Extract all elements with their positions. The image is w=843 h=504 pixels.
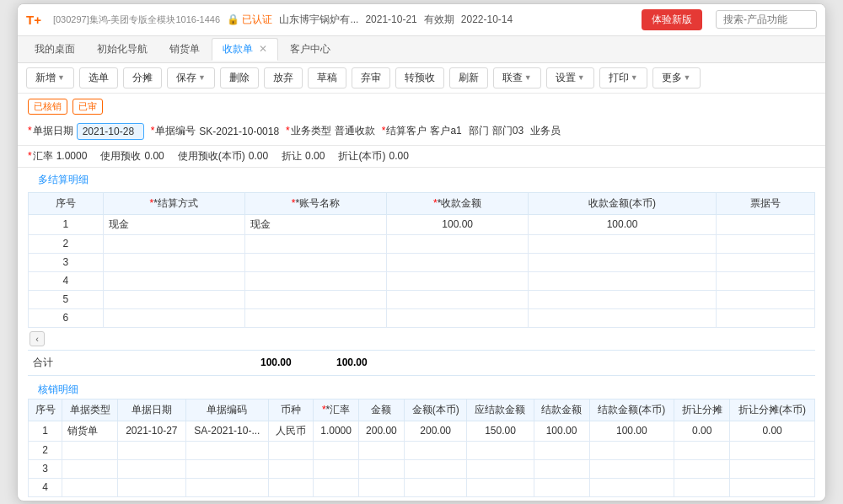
cell-amount-local: 100.00 xyxy=(529,214,716,234)
customer-value: 客户a1 xyxy=(430,124,461,138)
field-number: 单据编号 SK-2021-10-0018 xyxy=(151,124,279,138)
collapse-btn[interactable]: ‹ xyxy=(30,331,45,346)
cell-ticket[interactable] xyxy=(716,214,814,234)
wo-col-discount: 折让分摊 xyxy=(674,399,730,421)
prepay-value: 0.00 xyxy=(144,150,164,162)
btn-refresh[interactable]: 刷新 xyxy=(449,67,488,88)
try-new-btn[interactable]: 体验新版 xyxy=(642,9,702,30)
rate-label: 汇率 xyxy=(28,149,53,164)
tab-receipt[interactable]: 收款单 ✕ xyxy=(212,38,278,61)
tab-close-icon[interactable]: ✕ xyxy=(259,43,267,55)
btn-split[interactable]: 分摊 xyxy=(123,67,162,88)
sum-label: 合计 xyxy=(28,353,129,373)
btn-print[interactable]: 打印▼ xyxy=(599,67,647,88)
nav-tabs: 我的桌面 初始化导航 销货单 收款单 ✕ 客户中心 xyxy=(18,36,825,63)
collection-table: 序号 **结算方式 **账号名称 **收款金额 收款金额(本币) 票据号 1 现… xyxy=(28,192,815,328)
btn-unapprove[interactable]: 弃审 xyxy=(352,67,390,88)
btn-draft[interactable]: 草稿 xyxy=(308,67,346,88)
wo-cell-due: 150.00 xyxy=(467,421,534,441)
tab-desktop[interactable]: 我的桌面 xyxy=(24,39,85,60)
status-settled-badge: 已审 xyxy=(72,99,103,115)
cell-method[interactable]: 现金 xyxy=(103,214,244,234)
field-discount: 折让 0.00 xyxy=(282,149,325,164)
wo-cell-rate[interactable]: 1.0000 xyxy=(314,421,359,441)
save-arrow-icon: ▼ xyxy=(198,73,206,82)
staff-label: 业务员 xyxy=(530,124,561,138)
btn-save[interactable]: 保存▼ xyxy=(167,67,215,88)
wo-cell-seq: 1 xyxy=(29,421,62,441)
wo-cell-amount-local: 200.00 xyxy=(404,421,467,441)
btn-delete[interactable]: 删除 xyxy=(220,67,259,88)
wo-col-settled: 结款金额 xyxy=(534,399,589,421)
wo-col-settled-local: 结款金额(本币) xyxy=(589,399,674,421)
logo: T+ xyxy=(26,13,41,27)
btn-add[interactable]: 新增▼ xyxy=(26,67,74,88)
detail-link[interactable]: 多结算明细 xyxy=(28,169,99,190)
wo-cell-amount: 200.00 xyxy=(359,421,405,441)
wo-cell-discount-local: 0.00 xyxy=(730,421,815,441)
wo-col-date: 单据日期 xyxy=(118,399,186,421)
wo-col-amount: 金额 xyxy=(359,399,405,421)
wo-col-no: 单据编码 xyxy=(185,399,269,421)
customer-label: 结算客户 xyxy=(382,124,427,138)
writeoff-table: 序号 单据类型 单据日期 单据编码 币种 **汇率 金额 金额(本币) 应结款金… xyxy=(28,399,815,497)
field-discount-local: 折让(本币) 0.00 xyxy=(338,149,408,164)
toolbar: 新增▼ 选单 分摊 保存▼ 删除 放弃 草稿 弃审 转预收 刷新 联查▼ 设置▼… xyxy=(18,63,825,94)
col-method: **结算方式 xyxy=(103,192,244,214)
date-label: 单据日期 xyxy=(28,124,73,138)
writeoff-title: 核销明细 xyxy=(28,380,89,399)
form-row-2: 汇率 1.0000 使用预收 0.00 使用预收(本币) 0.00 折让 0.0… xyxy=(18,146,825,168)
cell-account[interactable]: 现金 xyxy=(244,214,386,234)
number-label: 单据编号 xyxy=(151,124,196,138)
discount-label: 折让 xyxy=(282,149,302,164)
field-staff: 业务员 xyxy=(530,124,564,138)
table-row: 4 xyxy=(29,478,815,496)
table-row: 1 现金 现金 100.00 100.00 xyxy=(29,214,815,234)
status-posted-badge: 已核销 xyxy=(28,99,67,115)
field-rate: 汇率 1.0000 xyxy=(28,149,87,164)
field-type: 业务类型 普通收款 xyxy=(286,124,375,138)
wo-col-seq: 序号 xyxy=(29,399,62,421)
wo-cell-settled-local: 100.00 xyxy=(589,421,674,441)
sum-row: 合计 100.00 100.00 xyxy=(28,350,815,376)
wo-cell-type: 销货单 xyxy=(62,421,118,441)
date-input[interactable]: 2021-10-28 xyxy=(77,123,144,140)
wo-col-rate: **汇率 xyxy=(314,399,359,421)
search-input[interactable] xyxy=(716,10,817,29)
col-amount-local: 收款金额(本币) xyxy=(529,192,716,214)
add-arrow-icon: ▼ xyxy=(57,73,65,82)
btn-discard[interactable]: 放弃 xyxy=(264,67,303,88)
cell-amount[interactable]: 100.00 xyxy=(387,214,529,234)
company-name: 山东博宇锅炉有... xyxy=(279,13,358,27)
sum-amount: 100.00 xyxy=(247,354,323,371)
discount-local-label: 折让(本币) xyxy=(338,149,385,164)
writeoff-title-row: 核销明细 xyxy=(18,379,825,399)
dept-value: 部门03 xyxy=(492,124,524,138)
writeoff-table-section: 序号 单据类型 单据日期 单据编码 币种 **汇率 金额 金额(本币) 应结款金… xyxy=(18,399,825,501)
status-bar: 已核销 已审 xyxy=(18,94,825,120)
btn-transfer[interactable]: 转预收 xyxy=(395,67,444,88)
wo-cell-settled[interactable]: 100.00 xyxy=(534,421,589,441)
field-prepay: 使用预收 0.00 xyxy=(100,149,164,164)
rate-value: 1.0000 xyxy=(56,150,88,162)
certified-label: 🔒 已认证 xyxy=(227,13,272,27)
wo-cell-discount: 0.00 xyxy=(674,421,730,441)
wo-col-amount-local: 金额(本币) xyxy=(404,399,467,421)
field-dept: 部门 部门03 xyxy=(469,124,524,138)
collection-table-section: 序号 **结算方式 **账号名称 **收款金额 收款金额(本币) 票据号 1 现… xyxy=(18,192,825,379)
wo-col-due: 应结款金额 xyxy=(467,399,534,421)
tab-init[interactable]: 初始化导航 xyxy=(87,39,158,60)
btn-settings[interactable]: 设置▼ xyxy=(546,67,594,88)
tab-sales[interactable]: 销货单 xyxy=(159,39,210,60)
title-bar: T+ [030297]集鸿-美团专版全模块1016-1446 🔒 已认证 山东博… xyxy=(18,4,825,36)
btn-link[interactable]: 联查▼ xyxy=(493,67,541,88)
btn-more[interactable]: 更多▼ xyxy=(652,67,701,88)
number-value: SK-2021-10-0018 xyxy=(199,126,279,137)
col-ticket: 票据号 xyxy=(716,192,814,214)
btn-select[interactable]: 选单 xyxy=(79,67,118,88)
tab-customer[interactable]: 客户中心 xyxy=(280,39,341,60)
table-row: 6 xyxy=(29,308,815,327)
prepay-local-value: 0.00 xyxy=(249,150,268,162)
prepay-label: 使用预收 xyxy=(100,149,141,164)
discount-local-value: 0.00 xyxy=(389,150,408,162)
